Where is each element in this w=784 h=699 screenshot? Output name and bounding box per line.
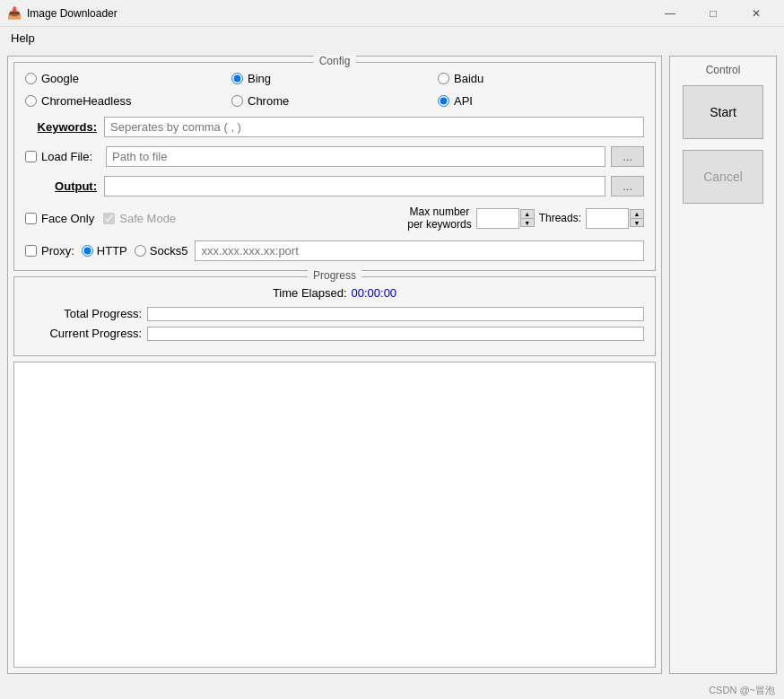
proxy-http-radio[interactable] bbox=[82, 245, 93, 257]
face-only-checkbox[interactable] bbox=[25, 213, 37, 224]
search-engine-row: Google Bing Baidu bbox=[25, 72, 644, 85]
proxy-socks5-label: Socks5 bbox=[150, 244, 188, 258]
max-number-spinner: 100 ▲ ▼ bbox=[476, 208, 535, 229]
load-file-label: Load File: bbox=[41, 150, 92, 163]
proxy-socks5-radio[interactable] bbox=[135, 245, 146, 257]
current-progress-label: Current Progress: bbox=[25, 327, 142, 340]
menu-help[interactable]: Help bbox=[4, 30, 42, 47]
max-number-down[interactable]: ▼ bbox=[520, 218, 535, 227]
proxy-socks5[interactable]: Socks5 bbox=[135, 244, 188, 258]
progress-section-title: Progress bbox=[308, 269, 362, 282]
threads-spinner-btns: ▲ ▼ bbox=[630, 209, 644, 227]
cancel-button[interactable]: Cancel bbox=[683, 150, 763, 204]
file-path-input[interactable] bbox=[106, 146, 605, 167]
face-only-label: Face Only bbox=[41, 212, 94, 225]
safe-mode-check[interactable]: Safe Mode bbox=[103, 212, 176, 225]
output-browse-button[interactable]: ... bbox=[611, 176, 644, 197]
control-panel: Control Start Cancel bbox=[669, 56, 777, 674]
radio-bing-label: Bing bbox=[248, 72, 271, 85]
threads-input[interactable]: 50 bbox=[586, 208, 629, 229]
threads-label: Threads: bbox=[539, 212, 581, 224]
max-number-up[interactable]: ▲ bbox=[520, 209, 535, 218]
current-progress-bar bbox=[147, 327, 644, 341]
face-only-check[interactable]: Face Only bbox=[25, 212, 94, 225]
proxy-row: Proxy: HTTP Socks5 bbox=[25, 240, 644, 261]
options-row: Face Only Safe Mode Max numberper keywor… bbox=[25, 205, 644, 232]
log-area bbox=[13, 362, 656, 668]
radio-chromeheadless-label: ChromeHeadless bbox=[41, 94, 131, 108]
load-file-row: Load File: ... bbox=[25, 146, 644, 167]
radio-google[interactable]: Google bbox=[25, 72, 231, 85]
progress-section: Progress Time Elapsed: 00:00:00 Total Pr… bbox=[13, 276, 656, 356]
time-elapsed-label: Time Elapsed: bbox=[273, 286, 347, 300]
app-icon: 📥 bbox=[7, 6, 22, 21]
total-progress-row: Total Progress: bbox=[25, 307, 644, 321]
radio-bing-input[interactable] bbox=[231, 73, 243, 84]
output-label: Output: bbox=[25, 179, 97, 193]
load-file-checkbox[interactable] bbox=[25, 151, 37, 162]
proxy-checkbox[interactable] bbox=[25, 245, 37, 257]
proxy-check[interactable]: Proxy: bbox=[25, 244, 74, 258]
radio-api[interactable]: API bbox=[438, 94, 644, 108]
close-button[interactable]: ✕ bbox=[736, 0, 777, 27]
radio-google-input[interactable] bbox=[25, 73, 37, 84]
keywords-row: Keywords: bbox=[25, 117, 644, 137]
safe-mode-label: Safe Mode bbox=[119, 212, 176, 225]
proxy-http-label: HTTP bbox=[97, 244, 127, 258]
title-bar: 📥 Image Downloader — □ ✕ bbox=[0, 0, 784, 27]
load-file-check[interactable]: Load File: bbox=[25, 150, 106, 163]
watermark: CSDN @~冒泡 bbox=[709, 684, 775, 697]
control-title: Control bbox=[706, 64, 741, 76]
radio-chromeheadless[interactable]: ChromeHeadless bbox=[25, 94, 231, 108]
title-bar-left: 📥 Image Downloader bbox=[7, 6, 118, 21]
time-elapsed-row: Time Elapsed: 00:00:00 bbox=[25, 286, 644, 300]
radio-google-label: Google bbox=[41, 72, 79, 85]
load-file-browse-button[interactable]: ... bbox=[611, 146, 644, 167]
main-layout: Config Google Bing Baidu bbox=[0, 48, 784, 681]
radio-baidu-label: Baidu bbox=[454, 72, 483, 85]
output-input[interactable]: ./download_images bbox=[104, 176, 605, 197]
output-row: Output: ./download_images ... bbox=[25, 176, 644, 197]
threads-spinner: 50 ▲ ▼ bbox=[586, 208, 644, 229]
keywords-label: Keywords: bbox=[25, 120, 97, 134]
total-progress-label: Total Progress: bbox=[25, 307, 142, 320]
max-number-label: Max numberper keywords bbox=[407, 205, 471, 232]
threads-up[interactable]: ▲ bbox=[630, 209, 644, 218]
proxy-address-input[interactable] bbox=[195, 240, 644, 261]
max-number-spinner-btns: ▲ ▼ bbox=[520, 209, 535, 227]
maximize-button[interactable]: □ bbox=[693, 0, 734, 27]
proxy-label: Proxy: bbox=[41, 244, 74, 258]
minimize-button[interactable]: — bbox=[649, 0, 691, 27]
radio-chrome[interactable]: Chrome bbox=[231, 94, 438, 108]
threads-down[interactable]: ▼ bbox=[630, 218, 644, 227]
radio-chrome-input[interactable] bbox=[231, 95, 243, 107]
title-bar-controls: — □ ✕ bbox=[649, 0, 777, 27]
window-title: Image Downloader bbox=[27, 7, 118, 20]
radio-chrome-label: Chrome bbox=[248, 94, 289, 108]
bottom-bar: CSDN @~冒泡 bbox=[0, 681, 784, 699]
radio-api-label: API bbox=[454, 94, 473, 108]
radio-api-input[interactable] bbox=[438, 95, 449, 107]
safe-mode-checkbox[interactable] bbox=[103, 213, 115, 224]
mode-row: ChromeHeadless Chrome API bbox=[25, 94, 644, 108]
current-progress-row: Current Progress: bbox=[25, 327, 644, 341]
radio-baidu-input[interactable] bbox=[438, 73, 449, 84]
radio-baidu[interactable]: Baidu bbox=[438, 72, 644, 85]
keywords-input[interactable] bbox=[104, 117, 644, 137]
menu-bar: Help bbox=[0, 27, 784, 48]
config-section: Config Google Bing Baidu bbox=[13, 62, 656, 271]
total-progress-bar bbox=[147, 307, 644, 321]
radio-bing[interactable]: Bing bbox=[231, 72, 438, 85]
config-panel: Config Google Bing Baidu bbox=[7, 56, 662, 674]
max-number-input[interactable]: 100 bbox=[476, 208, 519, 229]
radio-chromeheadless-input[interactable] bbox=[25, 95, 37, 107]
max-number-group: Max numberper keywords 100 ▲ ▼ Threads: … bbox=[407, 205, 644, 232]
time-elapsed-value: 00:00:00 bbox=[352, 286, 397, 300]
config-section-title: Config bbox=[314, 55, 356, 67]
proxy-http[interactable]: HTTP bbox=[82, 244, 127, 258]
start-button[interactable]: Start bbox=[683, 85, 763, 139]
